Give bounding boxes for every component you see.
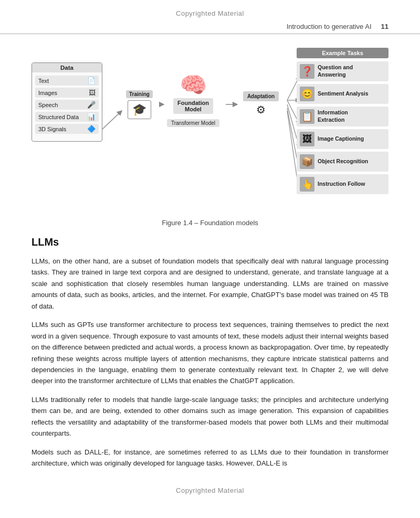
training-label: Training [126,90,153,98]
foundation-box: 🧠 FoundationModel Transformer Model [162,74,225,127]
brain-icon: 🧠 [162,74,225,96]
diagram-container: Data Text 📄 Images 🖼 Speech 🎤 Structured… [0,38,420,215]
task-sentiment: 😊 Sentiment Analysis [297,84,388,104]
data-item-images: Images 🖼 [35,88,99,98]
task-recognition-label: Object Recognition [318,158,368,165]
paragraph-4: Models such as DALL-E, for instance, are… [32,447,388,469]
figure-caption: Figure 1.4 – Foundation models [0,219,420,227]
training-box: Training 🎓 [120,89,159,119]
task-extraction-label: InformationExtraction [318,109,348,123]
paragraph-3: LLMs traditionally refer to models that … [32,394,388,439]
diagram: Data Text 📄 Images 🖼 Speech 🎤 Structured… [32,48,388,210]
transformer-label: Transformer Model [167,119,219,127]
example-tasks-title: Example Tasks [297,48,388,58]
page-number: 11 [381,23,388,30]
data-box-title: Data [32,63,102,72]
information-icon: 📋 [300,109,314,124]
task-captioning-label: Image Captioning [318,135,364,143]
adaptation-box: Adaptation ⚙ [235,91,287,116]
data-item-structured-label: Structured Data [38,114,79,120]
task-image-captioning: 🖼 Image Captioning [297,129,388,149]
text-icon: 📄 [87,77,96,84]
question-icon: ❓ [300,64,314,79]
object-icon: 📦 [300,154,314,169]
data-item-structured: Structured Data 📊 [35,112,99,122]
section-title: LLMs [32,236,388,248]
instruction-icon: 👆 [300,177,314,192]
data-item-3d: 3D Signals 🔷 [35,124,99,134]
paragraph-1: LLMs, on the other hand, are a subset of… [32,256,388,312]
images-icon: 🖼 [89,89,96,97]
structured-icon: 📊 [87,113,96,121]
page: Copyrighted Material Introduction to gen… [0,0,420,518]
task-qa-label: Question andAnswering [318,64,353,78]
task-information-extraction: 📋 InformationExtraction [297,107,388,126]
captioning-icon: 🖼 [300,132,314,146]
data-box: Data Text 📄 Images 🖼 Speech 🎤 Structured… [32,62,102,142]
adaptation-label: Adaptation [243,91,279,101]
top-watermark: Copyrighted Material [0,0,420,20]
data-item-images-label: Images [38,90,57,96]
paragraph-2: LLMs such as GPTs use transformer archit… [32,319,388,387]
training-icon: 🎓 [128,100,151,119]
3d-icon: 🔷 [87,125,96,133]
task-instruction-follow: 👆 Instruction Follow [297,174,388,194]
foundation-label: FoundationModel [173,98,213,114]
example-tasks-box: Example Tasks ❓ Question andAnswering 😊 … [297,48,388,197]
speech-icon: 🎤 [87,101,96,109]
data-item-text: Text 📄 [35,76,99,86]
data-item-speech: Speech 🎤 [35,100,99,110]
data-item-text-label: Text [38,78,49,84]
main-content: LLMs LLMs, on the other hand, are a subs… [0,236,420,469]
data-item-speech-label: Speech [38,102,58,108]
adaptation-icon: ⚙ [235,103,287,116]
sentiment-icon: 😊 [300,87,314,101]
task-instruction-label: Instruction Follow [318,181,365,188]
task-sentiment-label: Sentiment Analysis [318,90,368,98]
bottom-watermark: Copyrighted Material [0,476,420,503]
page-header-title: Introduction to generative AI [32,23,372,30]
task-object-recognition: 📦 Object Recognition [297,152,388,172]
svg-line-0 [102,111,122,129]
page-header: Introduction to generative AI 11 [0,20,420,34]
task-question-answering: ❓ Question andAnswering [297,61,388,81]
data-item-3d-label: 3D Signals [38,126,66,132]
